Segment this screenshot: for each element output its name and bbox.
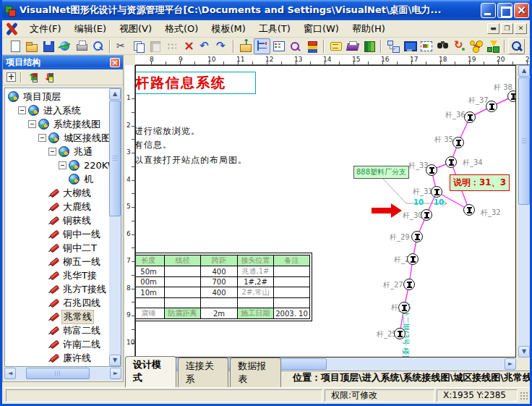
pole-node-28[interactable] — [407, 253, 419, 265]
grid-icon[interactable] — [163, 38, 180, 54]
maximize-button[interactable] — [497, 3, 512, 18]
scan-icon[interactable] — [344, 38, 361, 54]
tree-item-兆方T接线[interactable]: 兆方T接线 — [5, 282, 109, 296]
pole-node-35[interactable] — [452, 137, 464, 148]
find-resource-icon[interactable] — [287, 38, 304, 54]
tree-item-城区接线图[interactable]: 城区接线图 — [5, 131, 109, 145]
paste-icon[interactable] — [147, 38, 163, 54]
tree-item-大柳线[interactable]: 大柳线 — [5, 186, 109, 200]
refresh-icon[interactable] — [451, 38, 468, 54]
canvas-vertical-scrollbar[interactable]: ▲ ▼ — [518, 65, 531, 358]
pole-node-33[interactable] — [426, 164, 437, 176]
pole-node-29[interactable] — [411, 231, 423, 242]
redo-icon[interactable] — [213, 38, 230, 54]
tree-item-兆常线[interactable]: 兆常线 — [5, 310, 109, 323]
pole-node-26[interactable] — [398, 302, 410, 313]
move-up-icon[interactable] — [26, 72, 38, 83]
image-frame-icon[interactable] — [418, 38, 434, 54]
network-icon[interactable] — [468, 38, 484, 54]
menu-item-0[interactable]: 文件(F) — [23, 20, 68, 38]
collapse-icon[interactable] — [28, 120, 36, 128]
resize-grip[interactable] — [520, 392, 529, 401]
collapse-icon[interactable] — [59, 161, 66, 169]
topology-icon[interactable] — [484, 38, 501, 54]
mdi-close-button[interactable]: ✕ — [515, 23, 527, 34]
mdi-minimize-button[interactable]: ▬ — [487, 23, 499, 34]
collapse-icon[interactable] — [18, 106, 26, 114]
pole-node-31[interactable] — [431, 186, 442, 198]
org-chart-icon[interactable] — [385, 38, 401, 54]
tree-item-项目顶层[interactable]: 项目顶层 — [5, 90, 109, 103]
tree-item-石兆四线[interactable]: 石兆四线 — [5, 296, 109, 310]
properties-form-icon[interactable] — [270, 38, 287, 54]
tab-connections[interactable]: 连接关系 — [178, 358, 229, 388]
branch-label-box[interactable]: 888塑料厂分支 — [353, 166, 409, 179]
pole-node-32[interactable] — [463, 204, 475, 216]
tree-item-大鹿线[interactable]: 大鹿线 — [5, 200, 109, 213]
pole-node-25[interactable] — [394, 328, 406, 339]
menu-item-5[interactable]: 工具(T) — [252, 20, 297, 38]
tree-item-系统接线图[interactable]: 系统接线图 — [5, 117, 109, 131]
export-world-icon[interactable] — [56, 38, 73, 54]
menu-item-4[interactable]: 模板(M) — [205, 20, 252, 38]
panel-close-icon[interactable]: × — [110, 58, 120, 67]
binoculars-icon[interactable] — [434, 38, 451, 54]
menu-item-7[interactable]: 帮助(H) — [346, 20, 392, 38]
save-icon[interactable] — [40, 38, 56, 54]
tree-item-兆华T接[interactable]: 兆华T接 — [5, 268, 109, 282]
minimize-button[interactable] — [481, 3, 496, 18]
tree-item-220KW[interactable]: 220KW — [5, 158, 109, 172]
undo-icon[interactable] — [197, 38, 213, 54]
pole-node-37[interactable] — [486, 101, 497, 112]
diagram-canvas[interactable]: 杆路信息系统进行缩放浏览。有信息。以直接打开站点的布局图。杆 38杆_37杆_3… — [135, 65, 516, 358]
tree-item-廉系线[interactable]: 廉系线 — [5, 365, 109, 366]
pole-node-27[interactable] — [403, 279, 415, 290]
mdi-restore-button[interactable]: ❐ — [501, 23, 513, 34]
print-preview-icon[interactable] — [90, 38, 106, 54]
monitor-icon[interactable] — [401, 38, 418, 54]
tree-item-许南二线[interactable]: 许南二线 — [5, 337, 109, 351]
tree-item-柳五一线[interactable]: 柳五一线 — [5, 255, 109, 268]
menu-item-1[interactable]: 编辑(E) — [68, 20, 113, 38]
new-document-icon[interactable] — [7, 38, 23, 54]
menu-item-2[interactable]: 视图(V) — [113, 20, 158, 38]
close-button[interactable] — [514, 3, 529, 18]
cut-icon[interactable] — [113, 38, 130, 54]
open-icon[interactable] — [23, 38, 40, 54]
collapse-icon[interactable] — [48, 148, 56, 156]
tree-item-机[interactable]: 机 — [5, 172, 109, 186]
tree-item-兆通[interactable]: 兆通 — [5, 145, 109, 158]
tab-design-mode[interactable]: 设计模式 — [125, 356, 176, 388]
pole-node-30[interactable] — [421, 209, 432, 221]
tree-item-铜中一线[interactable]: 铜中一线 — [5, 227, 109, 241]
application-window: VisualNet图形化设计与资源管理平台[C:\Documents and S… — [0, 0, 532, 406]
tree-item-铜中二T[interactable]: 铜中二T — [5, 241, 109, 255]
menu-item-6[interactable]: 窗口(W) — [297, 20, 346, 38]
comment-icon[interactable] — [327, 38, 344, 54]
pole-node-34[interactable] — [445, 156, 457, 168]
pen-icon — [48, 202, 59, 212]
pole-node-36[interactable] — [464, 111, 476, 123]
tree-item-韩富二线[interactable]: 韩富二线 — [5, 323, 109, 337]
remark-box[interactable]: 说明：31、3 — [450, 174, 510, 191]
library-icon[interactable] — [361, 38, 377, 54]
folder-up-icon[interactable] — [237, 38, 254, 54]
tab-data-report[interactable]: 数据报表 — [230, 358, 281, 388]
project-structure-icon[interactable] — [254, 38, 270, 54]
expand-all-icon[interactable]: + — [7, 72, 16, 82]
zoom-icon[interactable] — [508, 38, 525, 54]
tree-item-廉许线[interactable]: 廉许线 — [5, 351, 109, 365]
tree-item-进入系统[interactable]: 进入系统 — [5, 103, 109, 117]
tree-horizontal-scrollbar[interactable]: ◄ ► — [4, 368, 121, 380]
print-icon[interactable] — [73, 38, 90, 54]
delete-icon[interactable] — [180, 38, 197, 54]
table-cell: 2m — [201, 308, 238, 319]
move-down-icon[interactable] — [42, 72, 53, 83]
tree-item-铜获线[interactable]: 铜获线 — [5, 213, 109, 227]
menu-item-3[interactable]: 格式(O) — [158, 20, 205, 38]
layers-icon[interactable] — [304, 38, 320, 54]
tree-vertical-scrollbar[interactable]: ▲ ▼ — [109, 88, 121, 366]
pole-node-38[interactable] — [507, 90, 516, 102]
copy-icon[interactable] — [130, 38, 147, 54]
collapse-icon[interactable] — [38, 134, 46, 142]
